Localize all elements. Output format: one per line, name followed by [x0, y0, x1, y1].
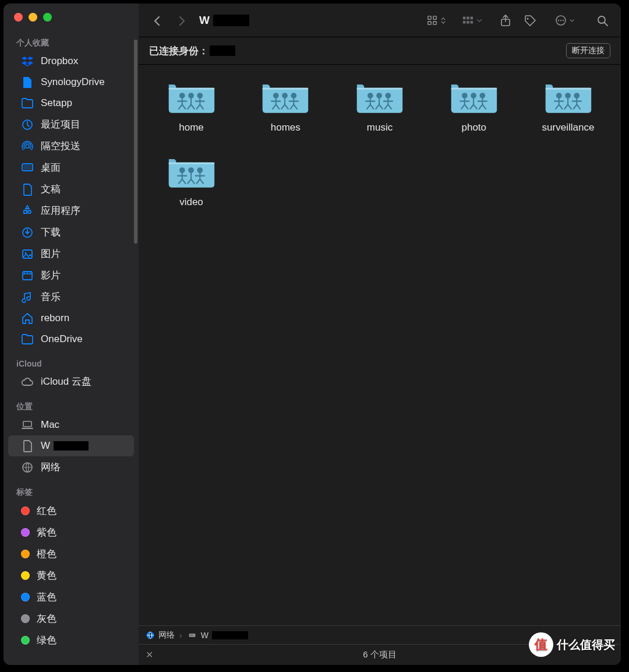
sidebar-item[interactable]: 图片 — [8, 243, 134, 265]
sidebar-item-label: 最近项目 — [41, 118, 80, 131]
sidebar-tag-item[interactable]: 红色 — [8, 500, 134, 522]
folder-label: surveillance — [542, 122, 595, 133]
folder-grid: homehomesmusicphotosurveillancevideo — [149, 76, 610, 208]
sidebar-item[interactable]: 文稿 — [8, 178, 134, 200]
updown-icon — [439, 15, 447, 26]
sidebar-item[interactable]: 桌面 — [8, 157, 134, 178]
sidebar-item[interactable]: 网络 — [8, 456, 134, 478]
search-button[interactable] — [592, 12, 613, 29]
sidebar-item-label: 文稿 — [41, 182, 61, 196]
tags-button[interactable] — [520, 12, 540, 29]
sidebar-tag-item[interactable]: 橙色 — [8, 543, 134, 565]
sidebar-locations-section: 位置 MacW网络 — [3, 397, 139, 483]
folder-item[interactable]: surveillance — [526, 76, 610, 133]
path-segment-network[interactable]: 网络 — [146, 630, 175, 641]
group-by-menu[interactable] — [461, 15, 483, 26]
sidebar-item[interactable]: iCloud 云盘 — [8, 371, 134, 392]
tag-color-dot — [21, 506, 30, 515]
connection-user-redacted — [210, 45, 235, 56]
back-button[interactable] — [147, 12, 168, 29]
sidebar-item[interactable]: 下载 — [8, 221, 134, 243]
folder-icon — [21, 333, 34, 346]
sidebar-heading-favorites: 个人收藏 — [3, 34, 139, 51]
title-redacted — [213, 15, 249, 26]
movie-icon — [21, 269, 34, 282]
sidebar: 个人收藏 DropboxSynologyDriveSetapp最近项目隔空投送桌… — [3, 3, 139, 665]
share-button[interactable] — [495, 12, 516, 29]
sidebar-item-label: 下载 — [41, 226, 61, 239]
sidebar-item-label: 灰色 — [37, 612, 56, 625]
sidebar-item-label: 影片 — [41, 269, 61, 282]
sidebar-scrollbar[interactable] — [134, 40, 137, 244]
watermark-text: 什么值得买 — [557, 637, 615, 653]
cloud-icon — [21, 375, 34, 388]
sidebar-item[interactable]: OneDrive — [8, 329, 134, 350]
picture-icon — [21, 248, 34, 261]
zoom-window-button[interactable] — [43, 13, 52, 22]
disconnect-button[interactable]: 断开连接 — [566, 43, 610, 58]
sidebar-item[interactable]: 应用程序 — [8, 200, 134, 221]
close-window-button[interactable] — [14, 13, 23, 22]
sidebar-tag-item[interactable]: 紫色 — [8, 522, 134, 543]
toolbar: W — [139, 3, 621, 37]
connection-label: 已连接身份： — [149, 44, 209, 58]
sidebar-tag-item[interactable]: 绿色 — [8, 629, 134, 651]
folder-label: homes — [271, 122, 301, 133]
path-separator: › — [179, 631, 182, 640]
forward-button[interactable] — [171, 12, 192, 29]
view-switcher[interactable] — [426, 15, 447, 26]
sidebar-item[interactable]: W — [8, 435, 134, 456]
sidebar-item-label: 蓝色 — [37, 590, 56, 604]
laptop-icon — [21, 418, 34, 431]
sidebar-item-label: OneDrive — [41, 333, 83, 345]
network-folder-icon — [355, 76, 405, 116]
watermark: 值 什么值得买 — [529, 632, 615, 657]
sidebar-item[interactable]: SynologyDrive — [8, 72, 134, 93]
sidebar-tag-item[interactable]: 灰色 — [8, 608, 134, 629]
sidebar-item[interactable]: Dropbox — [8, 51, 134, 72]
sidebar-icloud-section: iCloud iCloud 云盘 — [3, 354, 139, 397]
network-folder-icon — [167, 76, 217, 116]
desktop-icon — [21, 161, 34, 174]
action-menu[interactable] — [554, 14, 575, 27]
sidebar-item-label: 图片 — [41, 247, 61, 261]
sidebar-item-label: Dropbox — [41, 55, 78, 67]
airdrop-icon — [21, 140, 34, 153]
sidebar-tag-item[interactable]: 蓝色 — [8, 586, 134, 608]
sidebar-item[interactable]: reborn — [8, 308, 134, 329]
sidebar-item-label: 红色 — [37, 504, 56, 518]
folder-item[interactable]: video — [149, 151, 234, 208]
network-globe-icon — [146, 631, 155, 640]
content-area[interactable]: homehomesmusicphotosurveillancevideo — [139, 65, 621, 625]
folder-item[interactable]: homes — [243, 76, 328, 133]
path-redacted — [212, 631, 248, 639]
network-folder-icon — [167, 151, 217, 191]
sidebar-item[interactable]: Setapp — [8, 93, 134, 114]
sidebar-item[interactable]: 最近项目 — [8, 114, 134, 135]
folder-label: music — [367, 122, 393, 133]
sidebar-item-label: W — [41, 440, 50, 452]
sidebar-item[interactable]: 影片 — [8, 265, 134, 286]
sidebar-tags-section: 标签 红色紫色橙色黄色蓝色灰色绿色 — [3, 483, 139, 656]
chevron-down-icon — [568, 17, 575, 24]
sidebar-tag-item[interactable]: 黄色 — [8, 565, 134, 586]
network-folder-icon — [449, 76, 499, 116]
grid-view-icon — [426, 15, 438, 26]
sidebar-item-label: 绿色 — [37, 634, 56, 647]
sidebar-item[interactable]: 隔空投送 — [8, 135, 134, 157]
network-folder-icon — [543, 76, 593, 116]
sidebar-item-label: 黄色 — [37, 569, 56, 582]
minimize-window-button[interactable] — [29, 13, 37, 22]
sidebar-item[interactable]: 音乐 — [8, 286, 134, 308]
tag-color-dot — [21, 593, 30, 601]
status-close-button[interactable]: ✕ — [146, 649, 153, 660]
sidebar-item[interactable]: Mac — [8, 414, 134, 435]
sidebar-item-label: 音乐 — [41, 290, 61, 304]
folder-item[interactable]: home — [149, 76, 234, 133]
sidebar-item-label: 隔空投送 — [41, 139, 80, 153]
doc-icon — [21, 439, 34, 452]
path-segment-server[interactable]: W — [187, 631, 248, 640]
folder-item[interactable]: photo — [432, 76, 516, 133]
tag-color-dot — [21, 571, 30, 580]
folder-item[interactable]: music — [338, 76, 422, 133]
